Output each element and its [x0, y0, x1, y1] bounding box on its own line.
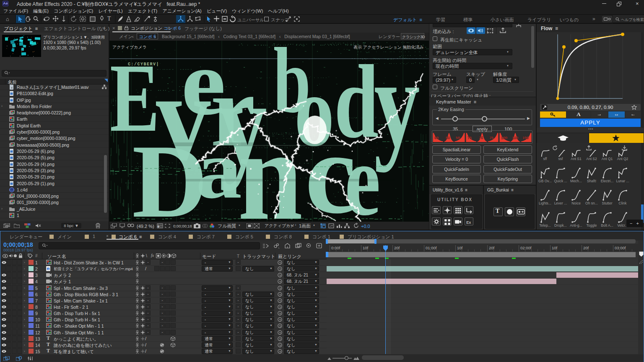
svg-text:50: 50	[446, 136, 450, 140]
svg-text:75: 75	[467, 136, 472, 140]
svg-text:75: 75	[479, 136, 483, 140]
svg-text:50: 50	[434, 136, 439, 140]
svg-text:75: 75	[489, 136, 493, 140]
svg-text:C:/CYBERV|: C:/CYBERV|	[128, 62, 159, 67]
svg-text:50: 50	[456, 136, 460, 140]
svg-text:100: 100	[501, 136, 507, 140]
svg-text:100: 100	[522, 136, 529, 140]
svg-text:y: y	[374, 41, 420, 173]
svg-text:100: 100	[512, 136, 518, 140]
svg-text:a: a	[196, 123, 242, 216]
svg-text:Ex: Ex	[466, 220, 471, 225]
